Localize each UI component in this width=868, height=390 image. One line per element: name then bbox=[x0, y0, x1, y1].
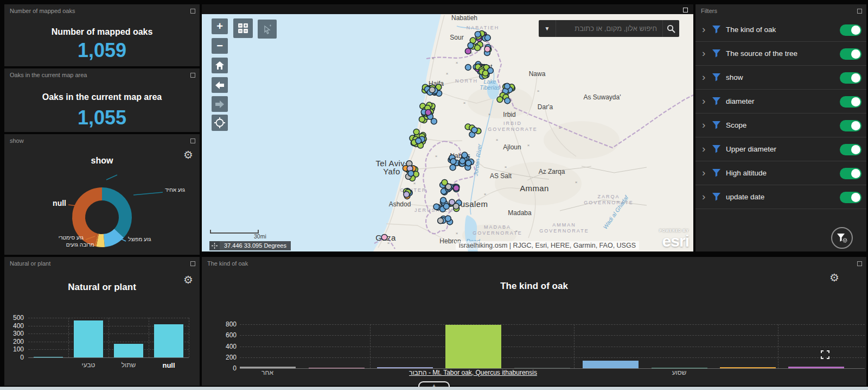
oak-point[interactable] bbox=[445, 216, 451, 222]
oak-point[interactable] bbox=[413, 129, 419, 135]
oak-point[interactable] bbox=[471, 127, 477, 133]
expand-icon[interactable] bbox=[683, 8, 688, 12]
panel-header: Filters bbox=[701, 8, 717, 14]
oak-point[interactable] bbox=[468, 42, 474, 48]
oak-point[interactable] bbox=[441, 197, 446, 203]
oak-point[interactable] bbox=[438, 218, 444, 224]
fullscreen-icon[interactable] bbox=[821, 350, 829, 361]
chevron-down-icon: ▼ bbox=[545, 26, 550, 32]
toggle-knob bbox=[851, 145, 860, 154]
oak-point[interactable] bbox=[381, 234, 387, 240]
filter-expand-chevron[interactable]: › bbox=[702, 24, 705, 34]
oak-point[interactable] bbox=[419, 116, 425, 122]
filter-toggle[interactable] bbox=[840, 96, 861, 108]
oak-point[interactable] bbox=[475, 45, 481, 51]
oak-point[interactable] bbox=[484, 46, 490, 52]
previous-extent-button[interactable] bbox=[212, 77, 228, 93]
coordinates-widget: 37.446 33.095 Degrees bbox=[209, 241, 291, 250]
search-icon bbox=[667, 24, 675, 33]
bar[interactable] bbox=[377, 367, 433, 368]
svg-text:×: × bbox=[413, 181, 416, 186]
oak-point[interactable] bbox=[425, 110, 431, 116]
svg-text:×: × bbox=[527, 143, 530, 148]
oak-point[interactable] bbox=[450, 159, 456, 165]
x-axis-label: התבור - Mt. Tabor oak, Quercus ithaburen… bbox=[392, 369, 554, 376]
search-input[interactable] bbox=[556, 20, 663, 37]
svg-text:×: × bbox=[456, 231, 458, 236]
bar[interactable] bbox=[154, 324, 183, 357]
filter-toggle[interactable] bbox=[840, 48, 861, 60]
filter-toggle[interactable] bbox=[840, 144, 861, 155]
map-label: Amman bbox=[520, 184, 549, 193]
indicator-title: Oaks in the current map area bbox=[4, 92, 200, 102]
map-canvas[interactable]: ××××××××××××××××××NabatiehSourTsfatHaifa… bbox=[202, 4, 693, 251]
filter-toggle[interactable] bbox=[840, 120, 861, 131]
bar[interactable] bbox=[445, 325, 501, 368]
oak-point[interactable] bbox=[484, 35, 490, 41]
filter-toggle[interactable] bbox=[840, 24, 861, 36]
expand-icon[interactable] bbox=[190, 73, 195, 78]
bar[interactable] bbox=[788, 367, 844, 368]
home-button[interactable] bbox=[212, 58, 228, 73]
oak-point[interactable] bbox=[408, 171, 414, 177]
oak-point[interactable] bbox=[459, 158, 465, 164]
bar[interactable] bbox=[240, 367, 296, 368]
filter-toggle[interactable] bbox=[840, 168, 861, 179]
bar[interactable] bbox=[514, 368, 570, 369]
filter-expand-chevron[interactable]: › bbox=[702, 96, 705, 106]
oak-point[interactable] bbox=[462, 152, 468, 158]
filters-panel: Filters ›The kind of oak›The source of t… bbox=[695, 4, 866, 251]
svg-text:×: × bbox=[484, 192, 487, 197]
next-extent-button[interactable] bbox=[212, 96, 228, 112]
oak-point[interactable] bbox=[431, 118, 437, 124]
oak-point[interactable] bbox=[429, 87, 435, 93]
zoom-in-button[interactable]: + bbox=[212, 18, 228, 34]
pointer-tool-button[interactable] bbox=[258, 20, 277, 39]
expand-icon[interactable] bbox=[190, 9, 195, 14]
oak-point[interactable] bbox=[465, 160, 471, 166]
map-label: NABATIEH bbox=[467, 25, 499, 30]
filter-actions-button[interactable] bbox=[831, 227, 853, 249]
bar[interactable] bbox=[720, 367, 776, 368]
bar[interactable] bbox=[309, 368, 365, 369]
filter-toggle[interactable] bbox=[840, 192, 861, 203]
oak-point[interactable] bbox=[453, 203, 459, 209]
toggle-knob bbox=[851, 121, 860, 130]
filter-expand-chevron[interactable]: › bbox=[702, 191, 705, 202]
search-button[interactable] bbox=[663, 20, 679, 37]
oak-point[interactable] bbox=[465, 48, 471, 54]
bar[interactable] bbox=[652, 368, 707, 369]
oak-point[interactable] bbox=[482, 70, 488, 76]
filter-expand-chevron[interactable]: › bbox=[702, 119, 705, 130]
donut-slice[interactable] bbox=[102, 187, 132, 238]
bar[interactable] bbox=[583, 361, 639, 368]
oak-point[interactable] bbox=[454, 185, 459, 191]
oak-point[interactable] bbox=[416, 138, 422, 144]
oak-point[interactable] bbox=[433, 204, 439, 210]
bar[interactable] bbox=[74, 320, 103, 357]
basemap-grid-button[interactable] bbox=[233, 18, 253, 38]
filter-expand-chevron[interactable]: › bbox=[702, 167, 705, 178]
search-source-dropdown[interactable]: ▼ bbox=[539, 20, 556, 37]
filter-expand-chevron[interactable]: › bbox=[702, 72, 705, 82]
expand-icon[interactable] bbox=[857, 9, 862, 14]
crosshair-icon[interactable] bbox=[209, 241, 220, 250]
filter-funnel-icon bbox=[712, 144, 721, 155]
oak-point[interactable] bbox=[475, 32, 481, 37]
bar[interactable] bbox=[114, 344, 143, 357]
zoom-out-button[interactable]: − bbox=[212, 38, 228, 54]
oak-point[interactable] bbox=[497, 97, 503, 103]
oak-point[interactable] bbox=[443, 204, 449, 210]
bar[interactable] bbox=[34, 357, 63, 358]
filter-toggle[interactable] bbox=[840, 72, 861, 84]
oak-point[interactable] bbox=[505, 83, 510, 89]
y-axis-tick: 100 bbox=[4, 346, 24, 353]
filter-expand-chevron[interactable]: › bbox=[702, 143, 705, 154]
oak-point[interactable] bbox=[404, 192, 410, 198]
filter-expand-chevron[interactable]: › bbox=[702, 48, 705, 58]
oak-point[interactable] bbox=[505, 98, 510, 104]
oak-point[interactable] bbox=[465, 65, 471, 71]
locate-button[interactable] bbox=[212, 115, 228, 131]
oak-point[interactable] bbox=[442, 180, 448, 186]
panel-header: Oaks in the current map area bbox=[10, 72, 87, 78]
